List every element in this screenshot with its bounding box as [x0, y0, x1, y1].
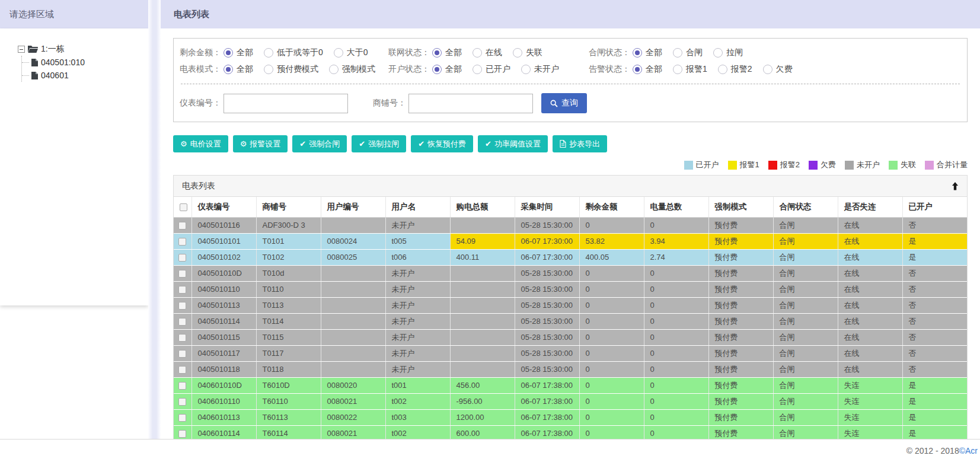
tree-root-node[interactable]: 1:一栋: [18, 44, 145, 55]
filter-row-1: 电表模式：全部预付费模式强制模式开户状态：全部已开户未开户告警状态：全部报警1报…: [174, 61, 967, 78]
copyright-link[interactable]: ©Acr: [959, 446, 978, 456]
filter-group-0-2: 合闸状态：全部合闸拉闸: [589, 47, 754, 58]
radio-option[interactable]: [473, 65, 482, 74]
tree-node-1[interactable]: 040601: [22, 69, 145, 82]
radio-option[interactable]: [521, 65, 531, 74]
row-checkbox[interactable]: [178, 334, 186, 342]
table-cell: 预付费: [708, 218, 773, 234]
table-cell: 合闸: [773, 362, 838, 378]
filter-row-0: 剩余金额：全部低于或等于0大于0联网状态：全部在线失联合闸状态：全部合闸拉闸: [174, 44, 967, 61]
tree-node-label[interactable]: 040601: [41, 71, 69, 80]
radio-option[interactable]: [432, 48, 442, 58]
search-icon: [550, 100, 558, 107]
radio-option[interactable]: [513, 48, 522, 58]
table-cell: 06-07 17:38:00: [515, 394, 579, 410]
search-button[interactable]: 查询: [541, 93, 587, 113]
select-all-header-cell: [174, 197, 191, 218]
table-cell: 未开户: [385, 266, 450, 282]
row-checkbox[interactable]: [178, 238, 186, 246]
tree-root-label[interactable]: 1:一栋: [41, 44, 65, 55]
table-cell: [321, 346, 385, 362]
table-cell: T010d: [256, 266, 321, 282]
radio-option[interactable]: [329, 65, 339, 74]
collapse-panel-icon[interactable]: [952, 182, 959, 190]
column-header-4: 购电总额: [450, 197, 515, 218]
meter-no-input[interactable]: [224, 94, 348, 113]
row-checkbox[interactable]: [178, 270, 186, 278]
table-cell: T60110: [256, 394, 321, 410]
legend-chip: [889, 161, 898, 170]
row-checkbox[interactable]: [178, 222, 186, 230]
radio-option[interactable]: [224, 65, 233, 74]
table-cell: 54.09: [450, 234, 515, 250]
table-cell: 预付费: [708, 250, 773, 266]
filter-rows: 剩余金额：全部低于或等于0大于0联网状态：全部在线失联合闸状态：全部合闸拉闸电表…: [174, 44, 967, 78]
action-button-5[interactable]: ✔功率阈值设置: [478, 135, 548, 152]
radio-option[interactable]: [763, 65, 772, 74]
gear-icon: ⚙: [180, 140, 187, 148]
radio-option-label: 拉闸: [726, 47, 743, 58]
radio-option[interactable]: [713, 48, 723, 58]
action-button-2[interactable]: ✔强制合闸: [292, 135, 347, 152]
legend-item-1: 报警1: [728, 160, 759, 170]
table-cell: 0080020: [321, 378, 385, 394]
table-cell: 失连: [838, 378, 902, 394]
row-checkbox[interactable]: [178, 254, 186, 262]
shop-no-input[interactable]: [408, 94, 533, 113]
radio-option[interactable]: [264, 65, 273, 74]
action-button-4[interactable]: ✔恢复预付费: [411, 135, 473, 152]
radio-option[interactable]: [673, 48, 682, 58]
table-cell: 0080021: [321, 426, 385, 439]
table-cell: 否: [902, 346, 967, 362]
action-button-label: 恢复预付费: [427, 139, 466, 149]
radio-option[interactable]: [224, 48, 233, 58]
radio-option[interactable]: [432, 65, 442, 74]
table-cell: 06-07 17:38:00: [515, 410, 579, 426]
table-cell: t006: [385, 250, 450, 266]
radio-option-label: 失联: [526, 47, 542, 58]
column-header-7: 电量总数: [644, 197, 708, 218]
row-checkbox[interactable]: [178, 350, 186, 358]
tree-node-0[interactable]: 040501:010: [22, 56, 145, 69]
select-all-checkbox[interactable]: [180, 203, 187, 211]
radio-option[interactable]: [264, 48, 273, 58]
table-cell: 0405010114: [191, 314, 256, 330]
check-icon: ✔: [485, 140, 491, 148]
meter-table-panel: 电表列表 仪表编号商铺号用户编号用户名购电总额采集时间剩余金额电量总数强制模式合…: [173, 175, 968, 439]
table-cell: 0405010115: [191, 330, 256, 346]
action-button-6[interactable]: 抄表导出: [553, 135, 607, 152]
table-cell: 是: [902, 378, 967, 394]
table-row: 0405010115T0115 未开户 05-28 15:30:0000预付费合…: [174, 330, 967, 346]
table-cell: 未开户: [385, 218, 450, 234]
table-cell: 是: [902, 394, 967, 410]
row-checkbox[interactable]: [178, 382, 186, 390]
row-checkbox-cell: [174, 362, 191, 378]
row-checkbox-cell: [174, 426, 191, 439]
row-checkbox[interactable]: [178, 318, 186, 326]
table-cell: 合闸: [773, 266, 838, 282]
radio-option[interactable]: [673, 65, 682, 74]
sidebar-title: 请选择区域: [0, 0, 148, 28]
legend-label: 欠费: [821, 160, 836, 170]
radio-option[interactable]: [633, 65, 642, 74]
row-checkbox[interactable]: [178, 286, 186, 294]
row-checkbox[interactable]: [178, 414, 186, 422]
radio-option[interactable]: [334, 48, 343, 58]
radio-option[interactable]: [633, 48, 642, 58]
tree-node-label[interactable]: 040501:010: [41, 58, 85, 67]
row-checkbox[interactable]: [178, 430, 186, 438]
row-checkbox[interactable]: [178, 398, 186, 406]
action-button-0[interactable]: ⚙电价设置: [173, 135, 228, 152]
table-cell: 合闸: [773, 378, 838, 394]
radio-option[interactable]: [718, 65, 727, 74]
radio-option[interactable]: [473, 48, 482, 58]
tree-collapse-icon[interactable]: [18, 46, 25, 53]
row-checkbox[interactable]: [178, 302, 186, 310]
action-button-3[interactable]: ✔强制拉闸: [352, 135, 406, 152]
column-header-5: 采集时间: [515, 197, 579, 218]
table-cell: 0: [579, 362, 644, 378]
action-button-1[interactable]: ⚙报警设置: [233, 135, 288, 152]
legend-chip: [728, 161, 737, 170]
row-checkbox[interactable]: [178, 366, 186, 374]
table-cell: 06-07 17:30:00: [515, 250, 579, 266]
